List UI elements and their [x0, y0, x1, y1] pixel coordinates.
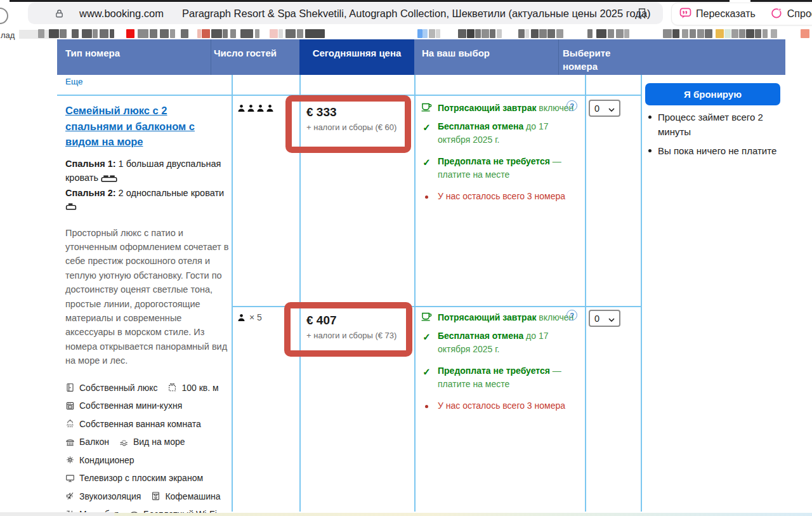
check-icon: ✓	[421, 155, 433, 182]
free-cancel-feature: ✓ Бесплатная отмена до 17 октября 2025 г…	[421, 329, 577, 357]
redacted-block	[587, 29, 593, 38]
reserve-button[interactable]: Я бронирую	[645, 83, 780, 105]
table-header: Тип номера Число гостей Сегодняшняя цена…	[57, 39, 785, 75]
no-prepay-feature: ✓ Предоплата не требуется — платите на м…	[421, 364, 577, 392]
redacted-block	[672, 29, 679, 38]
bullet-item: Процесс займет всего 2 минуты	[658, 110, 785, 139]
amenity-item: Собственная мини-кухня	[65, 400, 182, 411]
amenity-item: Собственный люкс	[65, 383, 157, 393]
size-icon	[167, 383, 177, 392]
rooms-select[interactable]: 0	[589, 100, 620, 117]
header-choices: На ваш выбор	[422, 46, 490, 60]
redacted-block	[663, 29, 672, 38]
help-icon[interactable]: ?	[566, 310, 577, 321]
select-value: 0	[594, 314, 608, 324]
check-icon: ✓	[421, 364, 433, 392]
redacted-block	[100, 29, 108, 38]
red-dot-icon	[425, 195, 428, 199]
guest-icons	[237, 104, 278, 112]
price-value: € 407	[306, 314, 337, 327]
reserve-bullets: Процесс займет всего 2 минуты Вы пока ни…	[658, 110, 785, 164]
cancel-bold: Бесплатная отмена	[438, 331, 523, 341]
coffee-icon	[151, 491, 160, 501]
room-title-link[interactable]: Семейный люкс с 2 спальнями и балконом с…	[65, 103, 210, 150]
bedroom2-label: Спальня 2:	[65, 188, 116, 198]
redacted-block	[690, 29, 696, 38]
amenity-item: Кофемашина	[151, 491, 220, 501]
room-type-cell: Семейный люкс с 2 спальнями и балконом с…	[65, 103, 232, 516]
choice-cell: Потрясающий завтрак включен ✓ Бесплатная…	[421, 311, 577, 420]
browser-ai-toolbar: Пересказать Спросить	[671, 3, 812, 25]
beds-info: Спальня 1: 1 большая двуспальная кровать…	[65, 157, 232, 214]
suite-icon	[65, 383, 75, 392]
amenity-item: Кондиционер	[65, 455, 134, 465]
person-icon	[237, 104, 246, 112]
amenity-item: Вид на море	[119, 437, 185, 447]
redacted-block	[531, 29, 539, 38]
ask-button[interactable]: Спросить	[763, 7, 812, 22]
url-bar[interactable]: www.booking.com Paragraph Resort & Spa S…	[28, 3, 663, 24]
check-icon: ✓	[421, 120, 433, 147]
redacted-block	[518, 29, 525, 38]
retell-label: Пересказать	[696, 8, 756, 20]
prepay-bold: Предоплата не требуется	[438, 156, 550, 166]
redacted-block	[755, 29, 761, 38]
guest-icons: × 5	[237, 312, 262, 322]
redacted-block	[763, 29, 768, 38]
redacted-block	[181, 29, 188, 38]
header-guests: Число гостей	[214, 46, 277, 60]
grid-line	[641, 75, 642, 512]
coffee-cup-icon	[421, 102, 433, 116]
redacted-block	[305, 29, 325, 38]
redacted-block	[475, 29, 481, 38]
tv-icon	[65, 473, 75, 483]
amenity-label: Балкон	[79, 437, 109, 447]
redacted-block	[138, 29, 148, 38]
redacted-block	[255, 29, 259, 38]
redacted-block	[150, 29, 157, 38]
guests-multiplier: × 5	[249, 312, 262, 322]
help-icon[interactable]: ?	[566, 100, 577, 111]
header-room-type: Тип номера	[65, 46, 120, 60]
retell-button[interactable]: Пересказать	[672, 7, 763, 22]
bookmark-icon[interactable]	[638, 8, 646, 22]
header-price: Сегодняшняя цена	[299, 46, 414, 60]
redacted-block	[160, 29, 169, 38]
tab-strip-edge	[10, 0, 730, 2]
rooms-select[interactable]: 0	[589, 310, 620, 327]
redacted-block	[467, 29, 475, 38]
redacted-block	[682, 29, 688, 38]
soundproof-icon	[65, 491, 75, 501]
select-value: 0	[594, 103, 608, 114]
url-domain: www.booking.com	[79, 8, 164, 20]
more-link-top[interactable]: Еще	[65, 77, 82, 86]
scarcity-feature: У нас осталось всего 3 номера	[421, 190, 577, 204]
redacted-block	[230, 29, 236, 38]
redacted-block	[490, 29, 495, 38]
bullet-item: Вы пока ничего не платите	[658, 144, 785, 159]
choice-cell: Потрясающий завтрак включен ✓ Бесплатная…	[421, 102, 577, 211]
single-bed-icon	[65, 200, 232, 214]
redacted-block	[697, 29, 704, 38]
redacted-block	[716, 29, 724, 38]
bottom-strip	[0, 512, 114, 516]
redacted-block	[596, 29, 606, 38]
redacted-block	[547, 29, 555, 38]
redaction-strip	[0, 29, 812, 38]
redacted-block	[731, 29, 738, 38]
price-taxes: + налоги и сборы (€ 73)	[306, 331, 396, 340]
redacted-block	[746, 29, 754, 38]
amenity-item: Собственная ванная комната	[65, 419, 201, 429]
tab-strip-edge	[750, 0, 812, 2]
chevron-down-icon	[608, 103, 615, 114]
bedroom2-text: 2 односпальные кровати	[119, 188, 225, 198]
redacted-block	[705, 29, 712, 38]
retell-icon	[679, 7, 691, 22]
ask-label: Спросить	[787, 8, 812, 20]
free-cancel-feature: ✓ Бесплатная отмена до 17 октября 2025 г…	[421, 120, 577, 147]
amenity-label: Собственная ванная комната	[79, 419, 201, 429]
header-select: Выберите номера	[563, 46, 617, 73]
seaview-icon	[119, 437, 129, 447]
reload-icon[interactable]	[0, 8, 8, 24]
amenity-label: Вид на море	[133, 437, 185, 447]
